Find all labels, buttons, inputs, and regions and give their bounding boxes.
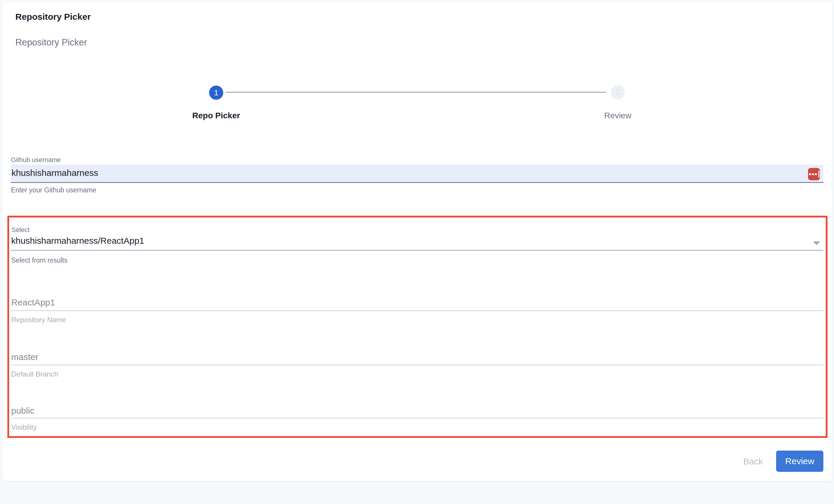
step-1-indicator[interactable]: 1: [209, 86, 223, 100]
visibility-value: public: [11, 406, 34, 416]
repo-select-label: Select: [12, 226, 29, 234]
github-username-helper: Enter your Github username: [11, 186, 96, 194]
repository-name-value: ReactApp1: [11, 297, 55, 307]
repository-picker-card: Repository Picker Repository Picker 1 2 …: [2, 2, 832, 481]
github-username-input[interactable]: [10, 165, 824, 183]
default-branch-label: Default Branch: [11, 370, 58, 378]
repo-select-underline: [11, 250, 824, 251]
visibility-underline: [11, 418, 824, 418]
back-button[interactable]: Back: [732, 454, 774, 468]
lastpass-dot: [815, 173, 817, 175]
stepper-connector-line: [226, 92, 606, 93]
repository-name-underline: [11, 311, 824, 311]
repository-name-label: Repository Name: [11, 316, 66, 324]
step-1-label: Repo Picker: [166, 111, 266, 120]
chevron-down-icon[interactable]: [813, 242, 820, 245]
lastpass-dot: [812, 173, 814, 175]
step-2-indicator[interactable]: 2: [611, 85, 625, 99]
page-subtitle: Repository Picker: [15, 37, 87, 48]
github-username-label: Github username: [11, 156, 61, 164]
lastpass-bar: [818, 171, 819, 177]
step-2-label: Review: [568, 111, 668, 120]
review-button[interactable]: Review: [776, 451, 824, 472]
lastpass-dot: [809, 173, 811, 175]
page-title: Repository Picker: [15, 12, 91, 22]
lastpass-icon[interactable]: [808, 168, 820, 180]
repo-select-helper: Select from results: [11, 256, 67, 265]
highlight-region-box: [7, 216, 828, 438]
visibility-label: Visibility: [11, 423, 37, 431]
repo-select-dropdown[interactable]: khushisharmaharness/ReactApp1: [11, 236, 144, 246]
default-branch-value: master: [11, 352, 38, 362]
default-branch-underline: [11, 365, 824, 365]
